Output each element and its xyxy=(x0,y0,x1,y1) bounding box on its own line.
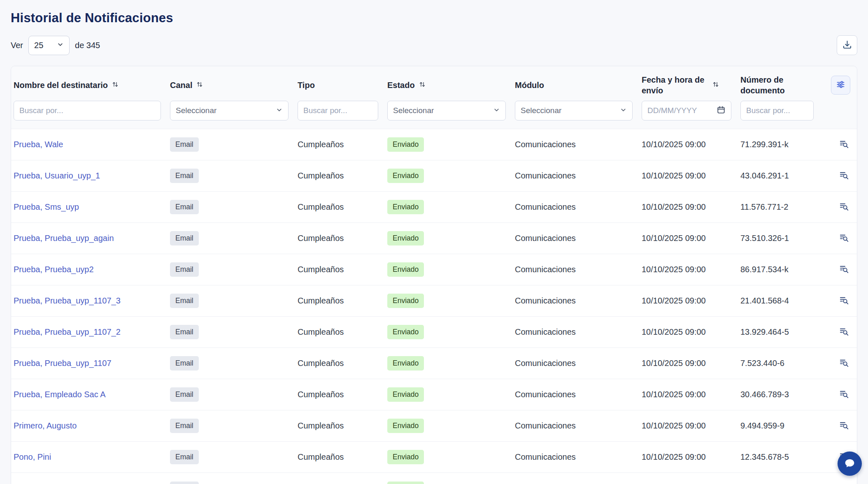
row-detail-button[interactable] xyxy=(837,481,851,484)
row-detail-button[interactable] xyxy=(837,231,851,246)
actions-cell xyxy=(820,223,857,254)
channel-cell: Email xyxy=(168,348,295,379)
filter-fecha-input[interactable] xyxy=(647,106,717,115)
channel-badge: Email xyxy=(170,200,199,214)
column-header-modulo: Módulo xyxy=(515,80,633,90)
document-cell: 21.401.568-4 xyxy=(738,285,820,317)
row-detail-button[interactable] xyxy=(837,387,851,403)
module-cell: Comunicaciones xyxy=(512,285,639,317)
status-badge: Enviado xyxy=(387,325,424,339)
module-text: Comunicaciones xyxy=(515,140,576,149)
type-text: Cumpleaños xyxy=(298,296,344,305)
recipient-link[interactable]: Prueba, Sms_uyp xyxy=(14,202,79,211)
channel-cell: Email xyxy=(168,192,295,223)
chevron-down-icon xyxy=(276,107,283,115)
actions-cell xyxy=(820,317,857,348)
row-detail-button[interactable] xyxy=(837,137,851,153)
module-text: Comunicaciones xyxy=(515,327,576,336)
download-button[interactable] xyxy=(837,35,857,55)
module-text: Comunicaciones xyxy=(515,421,576,430)
module-cell: Comunicaciones xyxy=(512,348,639,379)
row-detail-button[interactable] xyxy=(837,168,851,184)
document-cell: 86.917.534-k xyxy=(738,254,820,285)
column-settings-button[interactable] xyxy=(831,76,850,95)
recipient-cell: Prueba, Usuario_uyp_1 xyxy=(11,160,168,192)
type-cell: Cumpleaños xyxy=(295,254,385,285)
type-cell: Cumpleaños xyxy=(295,317,385,348)
recipient-link[interactable]: Primero, Augusto xyxy=(14,421,77,430)
column-header-fecha[interactable]: Fecha y hora de envío xyxy=(642,74,731,96)
table-row: Prueba, Usuario_uyp_1 Email Cumpleaños E… xyxy=(11,160,857,192)
datetime-text: 10/10/2025 09:00 xyxy=(642,359,706,368)
filter-nombre-input[interactable] xyxy=(19,106,155,115)
datetime-cell: 10/10/2025 09:00 xyxy=(639,160,738,192)
sort-icon xyxy=(112,80,119,90)
calendar-icon[interactable] xyxy=(717,105,726,116)
page-size-select[interactable]: 25 xyxy=(28,36,70,55)
status-cell: Enviado xyxy=(385,410,512,442)
row-detail-button[interactable] xyxy=(837,293,851,309)
channel-cell: Email xyxy=(168,160,295,192)
column-settings-icon xyxy=(836,80,845,90)
filter-canal-select[interactable]: Seleccionar xyxy=(170,101,289,120)
chevron-down-icon xyxy=(620,107,627,115)
chevron-down-icon xyxy=(493,107,500,115)
table-row: Pono, Pini Email Cumpleaños Enviado Comu… xyxy=(11,442,857,473)
recipient-link[interactable]: Prueba, Prueba_uyp_1107_2 xyxy=(14,327,121,336)
document-cell: 13.929.464-5 xyxy=(738,317,820,348)
recipient-link[interactable]: Prueba, Prueba_uyp_1107 xyxy=(14,359,112,368)
row-detail-button[interactable] xyxy=(837,324,851,340)
filter-tipo xyxy=(298,101,378,120)
document-search-icon xyxy=(838,201,849,213)
row-detail-button[interactable] xyxy=(837,262,851,278)
chat-button[interactable] xyxy=(838,452,862,476)
row-detail-button[interactable] xyxy=(837,418,851,434)
filter-documento-input[interactable] xyxy=(746,106,808,115)
recipient-cell: Prueba, Prueba_uyp_1107_2 xyxy=(11,317,168,348)
recipient-cell: Prueba, Prueba_uyp2 xyxy=(11,254,168,285)
recipient-link[interactable]: Prueba, Prueba_uyp_1107_3 xyxy=(14,296,121,305)
document-number-text: 12.345.678-5 xyxy=(740,452,789,461)
table-row: Prueba, Wale Email Cumpleaños Enviado Co… xyxy=(11,129,857,160)
document-number-text: 7.523.440-6 xyxy=(740,359,784,368)
datetime-cell: 10/10/2025 09:00 xyxy=(639,192,738,223)
recipient-link[interactable]: Prueba, Empleado Sac A xyxy=(14,390,105,399)
table-row: People, Fake Email Cumpleaños Enviado Co… xyxy=(11,473,857,484)
module-cell: Comunicaciones xyxy=(512,129,639,160)
column-header-estado[interactable]: Estado xyxy=(387,80,506,90)
type-cell: Cumpleaños xyxy=(295,473,385,484)
module-cell: Comunicaciones xyxy=(512,410,639,442)
module-cell: Comunicaciones xyxy=(512,317,639,348)
row-detail-button[interactable] xyxy=(837,199,851,215)
chat-icon xyxy=(844,457,856,470)
column-header-tipo: Tipo xyxy=(298,80,378,90)
filter-modulo-select[interactable]: Seleccionar xyxy=(515,101,633,120)
document-number-text: 21.401.568-4 xyxy=(740,296,789,305)
document-cell: 30.466.789-3 xyxy=(738,379,820,410)
actions-cell xyxy=(820,410,857,442)
channel-badge: Email xyxy=(170,325,199,339)
column-header-canal[interactable]: Canal xyxy=(170,80,289,90)
status-cell: Enviado xyxy=(385,223,512,254)
recipient-link[interactable]: Prueba, Usuario_uyp_1 xyxy=(14,171,100,180)
sort-icon xyxy=(196,80,203,90)
page-title: Historial de Notificaciones xyxy=(11,11,857,25)
recipient-cell: People, Fake xyxy=(11,473,168,484)
recipient-link[interactable]: Prueba, Prueba_uyp2 xyxy=(14,265,94,274)
filter-estado-select[interactable]: Seleccionar xyxy=(387,101,506,120)
module-text: Comunicaciones xyxy=(515,296,576,305)
recipient-link[interactable]: Prueba, Wale xyxy=(14,140,63,149)
row-detail-button[interactable] xyxy=(837,356,851,371)
document-search-icon xyxy=(838,357,849,370)
filter-tipo-input[interactable] xyxy=(303,106,372,115)
module-cell: Comunicaciones xyxy=(512,473,639,484)
datetime-text: 10/10/2025 09:00 xyxy=(642,390,706,399)
recipient-cell: Prueba, Wale xyxy=(11,129,168,160)
channel-badge: Email xyxy=(170,450,199,464)
recipient-link[interactable]: Pono, Pini xyxy=(14,452,51,461)
document-cell: 30.948.169-0 xyxy=(738,473,820,484)
recipient-link[interactable]: Prueba, Prueba_uyp_again xyxy=(14,234,114,243)
column-header-nombre[interactable]: Nombre del destinatario xyxy=(14,80,161,90)
channel-badge: Email xyxy=(170,262,199,276)
document-number-text: 86.917.534-k xyxy=(740,265,789,274)
